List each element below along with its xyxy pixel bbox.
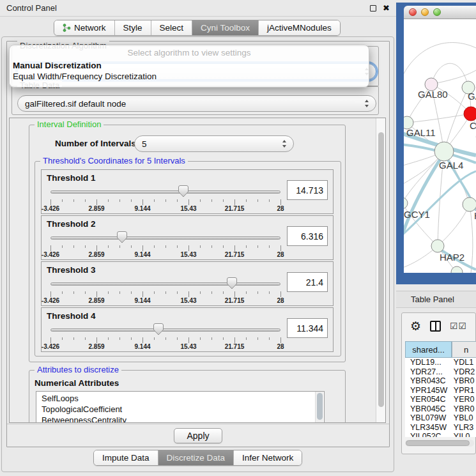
tick-mark: [62, 337, 63, 340]
network-canvas[interactable]: GAL80GACGAL11GAL4GCY1HHAP2: [404, 19, 476, 273]
table-data-combobox[interactable]: galFiltered.sif default node: [17, 95, 376, 112]
attributes-scrollbar[interactable]: [315, 392, 323, 423]
slider-track[interactable]: [50, 282, 280, 286]
table-horizontal-scrollbar[interactable]: [405, 440, 474, 447]
table-row[interactable]: YBL079WYBL0: [405, 413, 476, 423]
tick-label: -3.426: [42, 343, 59, 350]
control-panel-titlebar: Control Panel ✖: [0, 0, 396, 17]
tab-select[interactable]: Select: [151, 20, 193, 35]
table-row[interactable]: YLR345WYLR3: [405, 423, 476, 433]
cell-name: YLR3: [450, 423, 476, 433]
table-rows: YDL19...YDL1YDR27...YDR2YBR043CYBR0YPR14…: [405, 358, 476, 437]
tick-mark: [223, 291, 224, 294]
threshold-slider[interactable]: -3.4262.8599.14415.4321.71528: [50, 323, 280, 350]
attribute-item[interactable]: TopologicalCoefficient: [42, 404, 324, 415]
table-panel-title: Table Panel: [411, 295, 454, 304]
table-row[interactable]: YER054CYER0: [405, 395, 476, 404]
network-node-h[interactable]: [463, 197, 476, 211]
threshold-value-field[interactable]: 6.316: [287, 226, 328, 246]
algorithm-option[interactable]: Manual Discretization: [10, 60, 369, 71]
table-row[interactable]: YDL19...YDL1: [405, 358, 476, 367]
tick-mark: [62, 199, 63, 202]
gear-icon[interactable]: ⚙: [410, 320, 421, 332]
tick-mark: [131, 337, 132, 340]
tick-mark: [200, 245, 201, 248]
slider-track[interactable]: [50, 190, 280, 194]
attribute-item[interactable]: BetweennessCentrality: [42, 415, 324, 423]
table-panel: ⚙ ☑☑ shared...n YDL19...YDL1YDR27...YDR2…: [401, 312, 476, 454]
apply-button[interactable]: Apply: [174, 428, 222, 443]
tick-label: -3.426: [42, 297, 59, 304]
slider-thumb[interactable]: [153, 323, 164, 335]
slider-thumb[interactable]: [178, 185, 188, 197]
algorithm-option[interactable]: Equal Width/Frequency Discretization: [10, 71, 369, 82]
threshold-value-field[interactable]: 21.4: [287, 272, 328, 292]
cell-shared-name: YBR043C: [405, 376, 450, 386]
network-node-hap2[interactable]: [431, 240, 444, 252]
threshold-slider[interactable]: -3.4262.8599.14415.4321.71528: [50, 231, 280, 258]
settings-scrollbar-thumb[interactable]: [378, 132, 384, 407]
tab-jactivemnodules[interactable]: jActiveMNodules: [259, 20, 340, 35]
table-row[interactable]: YDR27...YDR2: [405, 367, 476, 377]
tick-label: 2.859: [88, 343, 104, 350]
slider-track[interactable]: [50, 328, 280, 332]
tick-mark: [177, 337, 178, 340]
tab-label: jActiveMNodules: [267, 23, 332, 33]
column-header[interactable]: n: [452, 341, 476, 358]
tab-infer-network[interactable]: Infer Network: [234, 450, 302, 465]
threshold-value-field[interactable]: 11.344: [287, 318, 328, 338]
tick-mark: [200, 291, 201, 294]
tick-label: 15.43: [180, 205, 196, 212]
cell-shared-name: YLR345W: [405, 423, 450, 433]
tab-style[interactable]: Style: [115, 20, 151, 35]
network-node-gal4[interactable]: [434, 142, 454, 161]
close-icon[interactable]: ✖: [383, 4, 390, 12]
network-node-c[interactable]: [464, 107, 476, 121]
tick-label: 28: [277, 297, 284, 304]
table-row[interactable]: YBR043CYBR0: [405, 376, 476, 386]
slider-thumb[interactable]: [227, 277, 237, 289]
threshold-row-2: Threshold 2-3.4262.8599.14415.4321.71528…: [41, 215, 334, 260]
table-hscrollbar-thumb[interactable]: [406, 440, 470, 446]
threshold-slider[interactable]: -3.4262.8599.14415.4321.71528: [50, 277, 280, 304]
tab-network[interactable]: Network: [54, 20, 115, 35]
tick-label: 2.859: [88, 205, 104, 212]
cell-shared-name: YDR27...: [405, 367, 450, 377]
tick-mark: [177, 199, 178, 202]
column-header[interactable]: shared...: [405, 341, 452, 358]
checkbox-icons[interactable]: ☑☑: [450, 321, 467, 330]
tick-mark: [269, 337, 270, 340]
settings-vertical-scrollbar[interactable]: [376, 118, 385, 422]
number-of-intervals-combobox[interactable]: 5: [134, 135, 294, 152]
slider-track[interactable]: [50, 236, 280, 240]
slider-thumb[interactable]: [117, 231, 127, 243]
tick-mark: [85, 199, 86, 202]
table-row[interactable]: YBR045CYBR0: [405, 404, 476, 414]
attributes-scrollbar-thumb[interactable]: [317, 393, 323, 420]
node-label: GCY1: [404, 209, 430, 220]
threshold-label: Threshold 3: [47, 265, 96, 275]
tab-discretize-data[interactable]: Discretize Data: [158, 450, 234, 465]
network-node-gcy1[interactable]: [404, 197, 408, 209]
threshold-value-field[interactable]: 14.713: [287, 180, 328, 200]
tick-mark: [62, 245, 63, 248]
tick-mark: [165, 291, 166, 294]
tick-mark: [154, 199, 155, 202]
threshold-slider[interactable]: -3.4262.8599.14415.4321.71528: [50, 185, 280, 212]
tick-mark: [234, 245, 235, 251]
network-icon: [63, 24, 71, 32]
zoom-light-icon[interactable]: [433, 8, 441, 16]
table-row[interactable]: YPR145WYPR1: [405, 386, 476, 395]
columns-icon[interactable]: [430, 321, 441, 332]
tick-mark: [280, 245, 281, 251]
tab-cyni-toolbox[interactable]: Cyni Toolbox: [192, 20, 259, 35]
minimize-light-icon[interactable]: [421, 8, 429, 16]
float-window-icon[interactable]: [370, 5, 376, 12]
attribute-item[interactable]: SelfLoops: [42, 393, 324, 404]
close-light-icon[interactable]: [409, 8, 417, 16]
apply-row: Apply: [7, 424, 389, 447]
combo-arrows-icon: [282, 140, 287, 148]
tab-impute-data[interactable]: Impute Data: [94, 450, 158, 465]
table-row[interactable]: YIL052CYIL0: [405, 432, 476, 437]
tick-mark: [108, 199, 109, 202]
